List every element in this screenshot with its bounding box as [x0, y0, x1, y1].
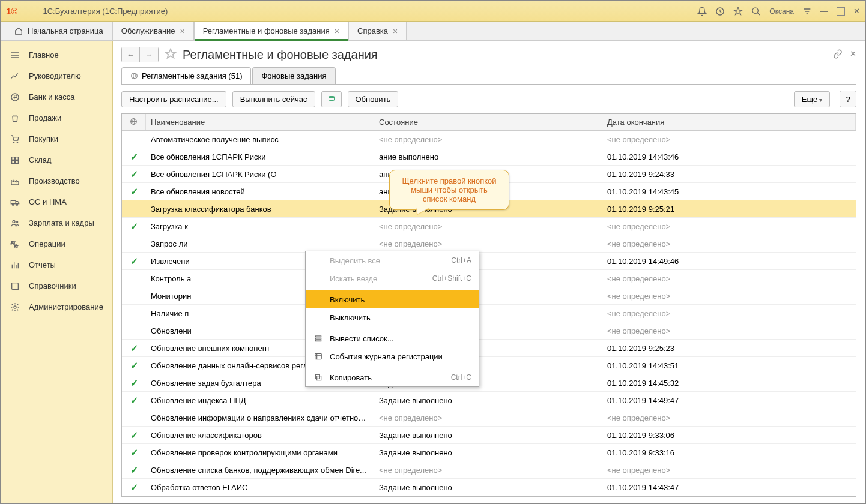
sidebar-item-3[interactable]: Продажи — [1, 107, 112, 128]
col-name-header[interactable]: Наименование — [146, 114, 374, 130]
minimize-button[interactable]: — — [820, 7, 828, 16]
table-row[interactable]: ✓Загрузка к<не определено><не определено… — [122, 218, 856, 235]
tab-0[interactable]: Обслуживание× — [112, 22, 194, 40]
table-row[interactable]: ✓Обновление внешних компонентЗадание вып… — [122, 340, 856, 357]
menu-item-0[interactable]: Выделить всеCtrl+A — [306, 251, 479, 269]
run-now-button[interactable]: Выполнить сейчас — [232, 91, 315, 107]
people-icon — [10, 218, 20, 228]
tab-close-icon[interactable]: × — [180, 26, 185, 36]
close-button[interactable]: ✕ — [853, 7, 860, 16]
svg-point-10 — [12, 203, 14, 205]
svg-rect-21 — [315, 338, 321, 339]
settings-icon[interactable] — [802, 7, 812, 16]
table-row[interactable]: ✓Обновление классификаторовЗадание выпол… — [122, 427, 856, 444]
star-icon[interactable] — [733, 7, 743, 16]
favorite-icon[interactable] — [165, 48, 177, 62]
sidebar-item-10[interactable]: Отчеты — [1, 254, 112, 275]
ops-icon: ДтКт — [10, 239, 20, 249]
sidebar-item-label: Руководителю — [29, 71, 81, 80]
sidebar-item-label: Главное — [29, 50, 59, 59]
sidebar-item-9[interactable]: ДтКтОперации — [1, 233, 112, 254]
sidebar-item-7[interactable]: ОС и НМА — [1, 191, 112, 212]
table-row[interactable]: Запрос ли<не определено><не определено> — [122, 235, 856, 253]
home-icon — [14, 27, 23, 35]
date-cell: 01.10.2019 14:43:47 — [607, 483, 679, 492]
menu-item-6[interactable]: Вывести список... — [306, 329, 479, 347]
table-row[interactable]: ✓ИзвлечениЗадание выполнено01.10.2019 14… — [122, 253, 856, 270]
state-cell: <не определено> — [379, 135, 442, 144]
app-title: 1С:Бухгалтерия (1С:Предприятие) — [43, 7, 168, 16]
sidebar-item-8[interactable]: Зарплата и кадры — [1, 212, 112, 233]
menu-item-3[interactable]: Включить — [306, 290, 479, 308]
tab-close-icon[interactable]: × — [335, 26, 339, 36]
sidebar: ГлавноеРуководителюБанк и кассаПродажиПо… — [1, 41, 113, 503]
sidebar-item-label: Производство — [29, 176, 80, 185]
tab-close-icon[interactable]: × — [393, 26, 398, 36]
history-icon[interactable] — [715, 7, 725, 16]
table-row[interactable]: Наличие п<не определено><не определено> — [122, 305, 856, 322]
menu-shortcut: Ctrl+C — [451, 373, 471, 382]
schedule-icon-button[interactable] — [321, 91, 342, 107]
configure-schedule-button[interactable]: Настроить расписание... — [121, 91, 226, 107]
col-state-header[interactable]: Состояние — [374, 114, 602, 130]
sidebar-item-11[interactable]: Справочники — [1, 275, 112, 296]
sidebar-item-4[interactable]: Покупки — [1, 128, 112, 149]
col-check-header[interactable] — [122, 114, 146, 130]
tab-home[interactable]: Начальная страница — [6, 22, 112, 40]
tab-2[interactable]: Справка× — [348, 22, 407, 40]
sidebar-item-6[interactable]: Производство — [1, 170, 112, 191]
subtab-1[interactable]: Фоновые задания — [252, 67, 335, 84]
table-row[interactable]: ✓Обновление индекса ППДЗадание выполнено… — [122, 392, 856, 409]
copy-icon — [313, 373, 324, 382]
table-row[interactable]: ✓Обновление списка банков, поддерживающи… — [122, 461, 856, 479]
table-row[interactable]: Контроль а<не определено><не определено> — [122, 270, 856, 287]
refresh-button[interactable]: Обновить — [348, 91, 399, 107]
forward-button[interactable]: → — [140, 47, 158, 62]
date-cell: 01.10.2019 14:43:45 — [607, 187, 679, 196]
sidebar-item-1[interactable]: Руководителю — [1, 65, 112, 86]
search-icon[interactable] — [751, 7, 761, 16]
sidebar-item-0[interactable]: Главное — [1, 44, 112, 65]
table-row[interactable]: ✓Все обновления 1СПАРК Рискиание выполне… — [122, 148, 856, 166]
table-row[interactable]: Мониторин<не определено><не определено> — [122, 287, 856, 305]
back-button[interactable]: ← — [122, 47, 140, 62]
nav-buttons: ← → — [121, 47, 159, 62]
menu-item-4[interactable]: Выключить — [306, 308, 479, 326]
sidebar-item-5[interactable]: Склад — [1, 149, 112, 170]
tab-1[interactable]: Регламентные и фоновые задания× — [194, 22, 348, 40]
menu-label: Выделить все — [330, 256, 380, 265]
table-row[interactable]: ✓Обработка ответов ЕГАИСЗадание выполнен… — [122, 479, 856, 496]
subtab-0[interactable]: Регламентные задания (51) — [121, 67, 251, 84]
subtab-label: Регламентные задания (51) — [142, 71, 242, 80]
help-button[interactable]: ? — [840, 91, 856, 107]
close-page-icon[interactable]: ✕ — [850, 49, 856, 61]
sidebar-item-12[interactable]: Администрирование — [1, 296, 112, 317]
maximize-button[interactable] — [837, 7, 845, 16]
sidebar-item-label: Продажи — [29, 113, 61, 122]
sidebar-item-label: ОС и НМА — [29, 197, 67, 206]
table-row[interactable]: ✓Обновление проверок контролирующими орг… — [122, 444, 856, 461]
link-icon[interactable] — [833, 49, 843, 61]
bell-icon[interactable] — [697, 7, 707, 16]
menu-item-7[interactable]: События журнала регистрации — [306, 347, 479, 365]
truck-icon — [10, 197, 20, 207]
table-row[interactable]: ✓Обновление задач бухгалтераЗадание выпо… — [122, 374, 856, 392]
col-date-header[interactable]: Дата окончания — [602, 114, 856, 130]
table-row[interactable]: Обновлени<не определено><не определено> — [122, 322, 856, 340]
more-button[interactable]: Еще — [794, 91, 830, 107]
date-cell: 01.10.2019 9:33:16 — [607, 448, 674, 457]
name-cell: Автоматическое получение выписс — [146, 135, 374, 144]
svg-point-16 — [14, 306, 16, 308]
menu-shortcut: Ctrl+A — [451, 256, 471, 265]
menu-item-9[interactable]: КопироватьCtrl+C — [306, 368, 479, 386]
table-row[interactable]: Обновление информации о направлениях сда… — [122, 409, 856, 427]
name-cell: Обновление проверок контролирующими орга… — [146, 448, 374, 457]
date-cell: <не определено> — [607, 309, 670, 318]
table-row[interactable]: Автоматическое получение выписс<не опред… — [122, 131, 856, 148]
check-icon: ✓ — [130, 430, 138, 441]
main-menu-icon[interactable] — [26, 8, 38, 15]
table-row[interactable]: ✓Обновление данных онлайн-сервисов регла… — [122, 357, 856, 374]
menu-item-1[interactable]: Искать вездеCtrl+Shift+C — [306, 269, 479, 287]
sidebar-item-2[interactable]: Банк и касса — [1, 86, 112, 107]
date-cell: 01.10.2019 14:49:46 — [607, 257, 679, 266]
